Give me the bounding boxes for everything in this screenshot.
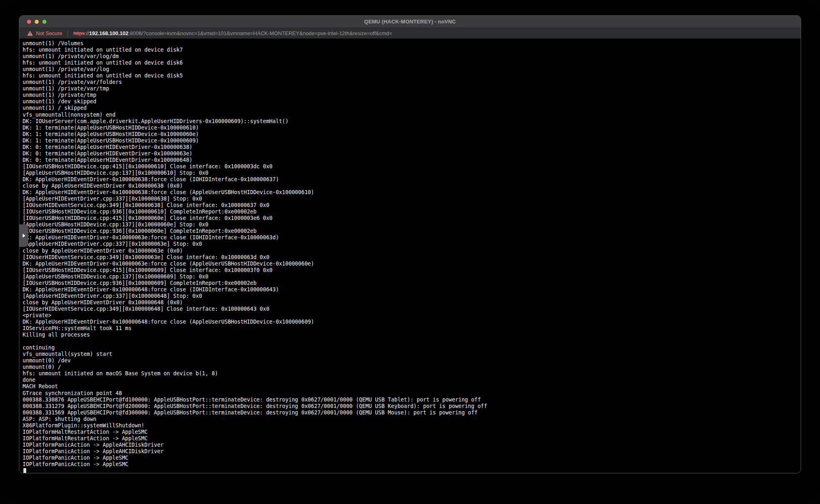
vnc-console-screen[interactable]: unmount(1) /Volumeshfs: unmount initiate… [19, 39, 801, 473]
console-line: ASP: ASP: shutting down [23, 416, 801, 422]
console-line: [IOUserUSBHostHIDDevice.cpp:415][0x10000… [23, 163, 801, 170]
console-line: unmount(1) /private/var/log [23, 66, 801, 73]
console-line: [IOUserUSBHostHIDDevice.cpp:936][0x10000… [23, 280, 801, 287]
console-line: [IOUserHIDEventService.cpp:349][0x100000… [23, 202, 801, 209]
console-line: [IOUserUSBHostHIDDevice.cpp:936][0x10000… [23, 209, 801, 215]
url-path: :8006/?console=kvm&novnc=1&vmid=101&vmna… [128, 30, 392, 36]
console-line: DK: 1: terminate(AppleUserUSBHostHIDDevi… [23, 138, 801, 144]
desktop-background: QEMU (HACK-MONTEREY) - noVNC Not Secure … [0, 0, 820, 504]
console-line: IOPlatformHaltRestartAction -> AppleSMC [23, 429, 801, 435]
console-line: DK: 0: terminate(AppleUserHIDEventDriver… [23, 157, 801, 163]
console-line: X86PlatformPlugin::systemWillShutdown! [23, 422, 801, 429]
console-line: DK: IOUserServer(com.apple.driverkit.App… [23, 118, 801, 125]
console-line: DK: AppleUserHIDEventDriver-0x100000648:… [23, 287, 801, 293]
console-line: Killing all processes [23, 332, 801, 338]
console-line: DK: 0: terminate(AppleUserHIDEventDriver… [23, 151, 801, 157]
console-line: unmount(1) /dev skipped [23, 98, 801, 105]
address-bar-separator: | [67, 30, 69, 36]
console-line: unmount(0) / [23, 364, 801, 370]
close-window-button[interactable] [27, 20, 31, 24]
console-line: hfs: unmount initiated on macOS Base Sys… [23, 370, 801, 377]
console-line: unmount(1) /private/var/folders [23, 79, 801, 86]
console-line: [IOUserUSBHostHIDDevice.cpp:415][0x10000… [23, 267, 801, 274]
console-line: hfs: unmount initiated on untitled on de… [23, 73, 801, 79]
warning-triangle-icon [27, 31, 33, 36]
console-line: 000388.330876 AppleUSBEHCIPort@fd100000:… [23, 397, 801, 403]
console-line: [AppleUserUSBHostHIDDevice.cpp:137][0x10… [23, 274, 801, 280]
console-line: MACH Reboot [23, 383, 801, 390]
console-line: close by AppleUserHIDEventDriver 0x10000… [23, 299, 801, 306]
console-line: IOPlatformPanicAction -> AppleAHCIDiskDr… [23, 442, 801, 448]
console-line: vfs_unmountall(nonsystem) end [23, 112, 801, 118]
console-line: DK: AppleUserHIDEventDriver-0x100000638:… [23, 189, 801, 196]
console-line: [IOUserUSBHostHIDDevice.cpp:415][0x10000… [23, 215, 801, 222]
console-line: unmount(1) /private/tmp [23, 92, 801, 98]
url-slashes: :// [85, 30, 89, 36]
console-line [23, 338, 801, 345]
console-line: GTrace synchronization point 48 [23, 390, 801, 397]
window-title: QEMU (HACK-MONTEREY) - noVNC [19, 19, 801, 25]
browser-window: QEMU (HACK-MONTEREY) - noVNC Not Secure … [19, 15, 801, 473]
console-line: unmount(0) /dev [23, 358, 801, 364]
not-secure-label[interactable]: Not Secure [36, 30, 62, 36]
console-line: DK: 1: terminate(AppleUserUSBHostHIDDevi… [23, 125, 801, 131]
console-line: DK: AppleUserHIDEventDriver-0x100000638:… [23, 176, 801, 183]
console-line: IOPlatformHaltRestartAction -> AppleSMC [23, 435, 801, 442]
console-line: [AppleUserUSBHostHIDDevice.cpp:137][0x10… [23, 222, 801, 228]
console-line: [AppleUserHIDEventDriver.cpp:337][0x1000… [23, 293, 801, 299]
window-titlebar[interactable]: QEMU (HACK-MONTEREY) - noVNC [19, 16, 801, 28]
chevron-right-icon [23, 234, 25, 238]
console-line: [AppleUserHIDEventDriver.cpp:337][0x1000… [23, 241, 801, 247]
console-line: DK: AppleUserHIDEventDriver-0x100000648:… [23, 319, 801, 325]
console-line: [AppleUserUSBHostHIDDevice.cpp:137][0x10… [23, 170, 801, 176]
console-line: close by AppleUserHIDEventDriver 0x10000… [23, 183, 801, 189]
console-line: unmount(1) /private/var/tmp [23, 86, 801, 92]
address-bar: Not Secure | https://192.168.100.102:800… [19, 28, 801, 39]
novnc-controlbar-handle[interactable] [19, 224, 28, 247]
console-line: IOServicePH::systemHalt took 11 ms [23, 325, 801, 332]
url-host: 192.168.100.102 [89, 30, 129, 36]
console-line: DK: AppleUserHIDEventDriver-0x10000063e:… [23, 234, 801, 241]
url-scheme: https [73, 30, 85, 36]
console-line: close by AppleUserHIDEventDriver 0x10000… [23, 248, 801, 254]
console-line: IOPlatformPanicAction -> AppleSMC [23, 455, 801, 461]
console-line: <private> [23, 312, 801, 319]
traffic-lights [19, 20, 46, 24]
console-line: hfs: unmount initiated on untitled on de… [23, 60, 801, 66]
console-line: unmount(1) /private/var/log/dm [23, 53, 801, 60]
console-line: [IOUserHIDEventService.cpp:349][0x100000… [23, 254, 801, 261]
console-line: DK: 1: terminate(AppleUserUSBHostHIDDevi… [23, 131, 801, 138]
console-line: unmount(1) / skipped [23, 105, 801, 111]
console-line: [AppleUserHIDEventDriver.cpp:337][0x1000… [23, 196, 801, 202]
console-output: unmount(1) /Volumeshfs: unmount initiate… [23, 40, 801, 468]
fullscreen-window-button[interactable] [42, 20, 46, 24]
console-line: IOPlatformPanicAction -> AppleSMC [23, 461, 801, 468]
console-line: IOPlatformPanicAction -> AppleAHCIDiskDr… [23, 448, 801, 455]
console-line: 000388.331569 AppleUSBEHCIPort@fd300000:… [23, 410, 801, 416]
console-line: vfs_unmountall(system) start [23, 351, 801, 358]
console-line: done [23, 377, 801, 383]
console-line: unmount(1) /Volumes [23, 40, 801, 47]
console-line: [IOUserUSBHostHIDDevice.cpp:936][0x10000… [23, 228, 801, 234]
console-line: DK: AppleUserHIDEventDriver-0x10000063e:… [23, 261, 801, 267]
minimize-window-button[interactable] [35, 20, 39, 24]
url-field[interactable]: https://192.168.100.102:8006/?console=kv… [73, 30, 392, 36]
console-line: 000388.331279 AppleUSBEHCIPort@fd200000:… [23, 403, 801, 410]
terminal-cursor [23, 468, 26, 473]
console-line: DK: 0: terminate(AppleUserHIDEventDriver… [23, 144, 801, 151]
console-line: hfs: unmount initiated on untitled on de… [23, 47, 801, 53]
console-line: [IOUserHIDEventService.cpp:349][0x100000… [23, 306, 801, 312]
console-line: continuing [23, 345, 801, 351]
